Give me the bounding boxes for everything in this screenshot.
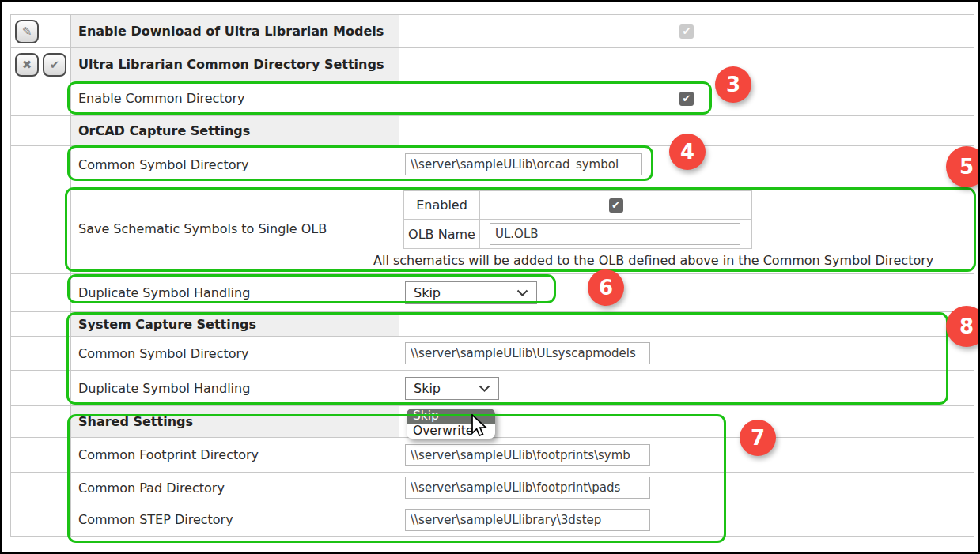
common-step-directory-input[interactable] bbox=[405, 509, 650, 531]
select-value: Skip bbox=[414, 285, 441, 300]
callout-badge-3: 3 bbox=[715, 66, 751, 103]
row-common-step-directory: Common STEP Directory bbox=[11, 503, 974, 537]
olb-enabled-checkbox[interactable]: ✔ bbox=[609, 198, 623, 213]
common-pad-directory-input[interactable] bbox=[405, 477, 650, 499]
row-actions-cell: ✎ bbox=[11, 15, 71, 47]
setting-label: Common Pad Directory bbox=[78, 481, 225, 496]
row-save-schematic-symbols: Save Schematic Symbols to Single OLB Ena… bbox=[11, 183, 974, 274]
settings-table: ✎ Enable Download of Ultra Librarian Mod… bbox=[10, 14, 974, 537]
row-orcad-common-symbol-directory: Common Symbol Directory bbox=[11, 146, 974, 183]
check-icon: ✔ bbox=[611, 200, 620, 210]
check-icon: ✔ bbox=[683, 26, 691, 36]
row-syscap-duplicate-symbol-handling: Duplicate Symbol Handling Skip bbox=[11, 371, 974, 406]
setting-label: Common Footprint Directory bbox=[78, 447, 259, 462]
row-system-capture-settings-header: System Capture Settings bbox=[11, 312, 974, 337]
x-icon: ✖ bbox=[22, 58, 32, 72]
setting-label: Enable Common Directory bbox=[78, 91, 244, 106]
row-actions-cell: ✖ ✔ bbox=[11, 48, 71, 81]
cancel-button[interactable]: ✖ bbox=[15, 53, 39, 77]
row-common-footprint-directory: Common Footprint Directory bbox=[11, 438, 974, 473]
confirm-button[interactable]: ✔ bbox=[43, 53, 66, 77]
pencil-icon: ✎ bbox=[22, 24, 32, 39]
settings-screen: ✎ Enable Download of Ultra Librarian Mod… bbox=[0, 0, 980, 554]
setting-label: Enable Download of Ultra Librarian Model… bbox=[78, 24, 384, 39]
callout-badge-8: 8 bbox=[946, 306, 980, 347]
syscap-common-symbol-directory-input[interactable] bbox=[405, 342, 650, 364]
syscap-duplicate-handling-select[interactable]: Skip bbox=[405, 377, 499, 400]
enable-common-directory-checkbox[interactable]: ✔ bbox=[679, 92, 694, 106]
setting-label: Duplicate Symbol Handling bbox=[78, 285, 250, 300]
dropdown-option-skip[interactable]: Skip bbox=[407, 409, 495, 424]
row-orcad-capture-settings-header: OrCAD Capture Settings bbox=[11, 116, 974, 146]
setting-label: Common Symbol Directory bbox=[78, 346, 249, 361]
callout-badge-5: 5 bbox=[946, 146, 980, 187]
enable-download-checkbox: ✔ bbox=[679, 24, 694, 39]
olb-name-input[interactable] bbox=[490, 223, 740, 245]
edit-button[interactable]: ✎ bbox=[15, 20, 39, 43]
dropdown-option-overwrite[interactable]: Overwrite bbox=[407, 424, 495, 439]
olb-enabled-row: Enabled ✔ bbox=[404, 191, 751, 220]
row-enable-download: ✎ Enable Download of Ultra Librarian Mod… bbox=[11, 15, 974, 48]
section-title: Shared Settings bbox=[78, 414, 193, 429]
section-title: Ultra Librarian Common Directory Setting… bbox=[78, 57, 384, 72]
section-title: OrCAD Capture Settings bbox=[78, 123, 250, 138]
callout-badge-7: 7 bbox=[740, 420, 776, 456]
setting-label: Save Schematic Symbols to Single OLB bbox=[78, 221, 327, 236]
olb-enabled-label: Enabled bbox=[404, 191, 480, 219]
common-footprint-directory-input[interactable] bbox=[405, 444, 650, 466]
section-title: System Capture Settings bbox=[78, 317, 256, 332]
olb-name-label: OLB Name bbox=[404, 220, 480, 248]
row-common-directory-settings: ✖ ✔ Ultra Librarian Common Directory Set… bbox=[11, 48, 974, 81]
row-orcad-duplicate-symbol-handling: Duplicate Symbol Handling Skip bbox=[11, 274, 974, 312]
check-icon: ✔ bbox=[683, 93, 691, 104]
row-common-pad-directory: Common Pad Directory bbox=[11, 473, 974, 503]
chevron-down-icon bbox=[516, 289, 528, 296]
setting-label: Common Symbol Directory bbox=[78, 157, 249, 172]
setting-label: Common STEP Directory bbox=[78, 512, 233, 527]
select-value: Skip bbox=[414, 381, 441, 396]
check-icon: ✔ bbox=[50, 58, 60, 72]
callout-badge-4: 4 bbox=[669, 134, 706, 170]
setting-label: Duplicate Symbol Handling bbox=[78, 381, 250, 396]
olb-name-row: OLB Name bbox=[404, 220, 751, 248]
row-enable-common-directory: Enable Common Directory ✔ bbox=[11, 81, 974, 116]
chevron-down-icon bbox=[479, 385, 490, 392]
orcad-common-symbol-directory-input[interactable] bbox=[405, 153, 642, 175]
callout-badge-6: 6 bbox=[588, 269, 624, 306]
duplicate-handling-dropdown-menu: Skip Overwrite bbox=[407, 409, 495, 439]
olb-note-text: All schematics will be added to the OLB … bbox=[373, 253, 933, 268]
row-syscap-common-symbol-directory: Common Symbol Directory bbox=[11, 337, 974, 371]
olb-subtable: Enabled ✔ OLB Name bbox=[403, 190, 752, 249]
orcad-duplicate-handling-select[interactable]: Skip bbox=[405, 281, 537, 304]
